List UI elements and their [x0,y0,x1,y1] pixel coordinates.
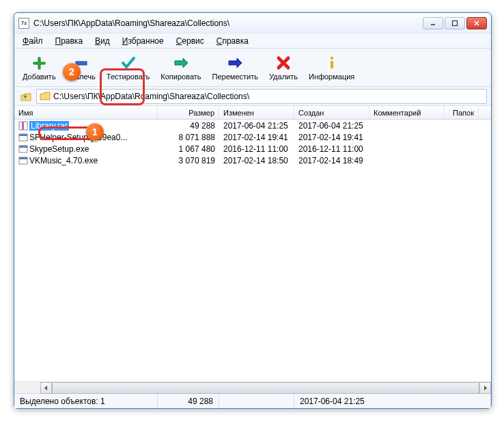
toolbar-delete[interactable]: Удалить [264,51,303,85]
archive-file-icon [18,121,28,131]
maximize-button[interactable] [445,17,465,29]
check-icon [120,55,137,71]
file-modified: 2017-02-14 19:41 [219,133,294,142]
minus-icon [73,55,89,71]
scroll-left-button[interactable] [40,382,52,394]
app-window: 7z C:\Users\ПК\AppData\Roaming\Shareaza\… [14,12,492,409]
toolbar-add[interactable]: Добавить [17,51,61,85]
window-title: C:\Users\ПК\AppData\Roaming\Shareaza\Col… [33,18,423,28]
exe-file-icon [18,144,28,154]
list-item[interactable]: Library.rar 49 288 2017-06-04 21:25 2017… [14,120,491,131]
toolbar-info-label: Информация [309,72,354,81]
toolbar-move[interactable]: Переместить [207,51,264,85]
folder-icon [40,92,51,101]
status-modified: 2017-06-04 21:25 [294,394,491,408]
exe-file-icon [18,156,28,165]
column-modified[interactable]: Изменен [219,106,294,119]
file-name: Library.rar [29,121,69,131]
horizontal-scrollbar[interactable] [14,382,491,393]
column-size[interactable]: Размер [158,106,219,119]
statusbar: Выделено объектов: 1 49 288 2017-06-04 2… [14,393,491,408]
toolbar: Добавить Извлечь Тестировать Копировать … [14,49,491,87]
svg-point-5 [330,56,333,59]
file-size: 1 067 480 [158,144,219,154]
toolbar-info[interactable]: Информация [303,51,360,85]
toolbar-test-label: Тестировать [107,72,150,81]
toolbar-add-label: Добавить [23,72,56,81]
menu-edit[interactable]: Правка [50,35,89,47]
list-item[interactable]: SFHelper-Setup-[199ea0... 8 071 888 2017… [14,131,491,143]
menu-view[interactable]: Вид [89,35,115,47]
file-list[interactable]: Library.rar 49 288 2017-06-04 21:25 2017… [14,120,491,382]
move-arrow-icon [227,55,243,71]
scroll-thumb[interactable] [52,382,479,394]
file-created: 2016-12-11 11:00 [294,144,369,154]
file-size: 3 070 819 [158,156,219,165]
menu-help[interactable]: Справка [211,35,254,47]
menu-file[interactable]: Файл [17,35,48,47]
toolbar-extract[interactable]: Извлечь [61,51,101,85]
path-input[interactable]: C:\Users\ПК\AppData\Roaming\Shareaza\Col… [36,89,487,104]
addressbar: C:\Users\ПК\AppData\Roaming\Shareaza\Col… [14,87,491,106]
toolbar-copy[interactable]: Копировать [155,51,206,85]
svg-rect-6 [331,61,333,68]
menu-tools[interactable]: Сервис [171,35,210,47]
file-size: 49 288 [158,121,219,131]
toolbar-test[interactable]: Тестировать [101,51,156,85]
path-text: C:\Users\ПК\AppData\Roaming\Shareaza\Col… [53,92,249,101]
svg-rect-1 [453,21,458,25]
menu-favorites[interactable]: Избранное [117,35,169,47]
svg-rect-4 [76,62,87,65]
svg-rect-12 [19,146,27,148]
plus-icon [31,55,47,71]
file-modified: 2017-06-04 21:25 [219,121,294,131]
column-name[interactable]: Имя [14,106,158,119]
list-item[interactable]: SkypeSetup.exe 1 067 480 2016-12-11 11:0… [14,143,491,155]
minimize-button[interactable] [423,17,443,29]
svg-rect-10 [19,134,27,136]
column-folders[interactable]: Папок [445,106,479,119]
file-created: 2017-02-14 18:49 [294,156,369,165]
delete-icon [275,55,292,71]
toolbar-move-label: Переместить [212,72,258,81]
file-created: 2017-06-04 21:25 [294,121,369,131]
file-modified: 2017-02-14 18:50 [219,156,294,165]
list-item[interactable]: VKMusic_4.70.exe 3 070 819 2017-02-14 18… [14,155,491,166]
file-created: 2017-02-14 19:41 [294,133,369,142]
app-icon: 7z [18,18,29,29]
svg-rect-8 [22,122,24,130]
copy-arrow-icon [173,55,189,71]
status-size: 49 288 [158,394,219,408]
toolbar-delete-label: Удалить [269,72,298,81]
list-header: Имя Размер Изменен Создан Комментарий Па… [14,106,491,120]
close-button[interactable] [466,17,487,29]
file-name: SkypeSetup.exe [29,144,89,154]
toolbar-copy-label: Копировать [160,72,201,81]
scroll-right-button[interactable] [479,382,491,394]
window-buttons [423,17,487,29]
file-name: SFHelper-Setup-[199ea0... [29,133,127,142]
svg-rect-14 [19,157,27,159]
info-icon [324,55,340,71]
file-size: 8 071 888 [158,133,219,142]
column-created[interactable]: Создан [294,106,369,119]
exe-file-icon [18,133,28,142]
file-modified: 2016-12-11 11:00 [219,144,294,154]
column-comment[interactable]: Комментарий [369,106,445,119]
up-folder-button[interactable] [18,89,33,104]
menubar: Файл Правка Вид Избранное Сервис Справка [14,34,491,49]
status-selection: Выделено объектов: 1 [14,394,158,408]
toolbar-extract-label: Извлечь [67,72,96,81]
status-blank [219,394,294,408]
file-name: VKMusic_4.70.exe [29,156,98,165]
titlebar: 7z C:\Users\ПК\AppData\Roaming\Shareaza\… [14,13,491,34]
